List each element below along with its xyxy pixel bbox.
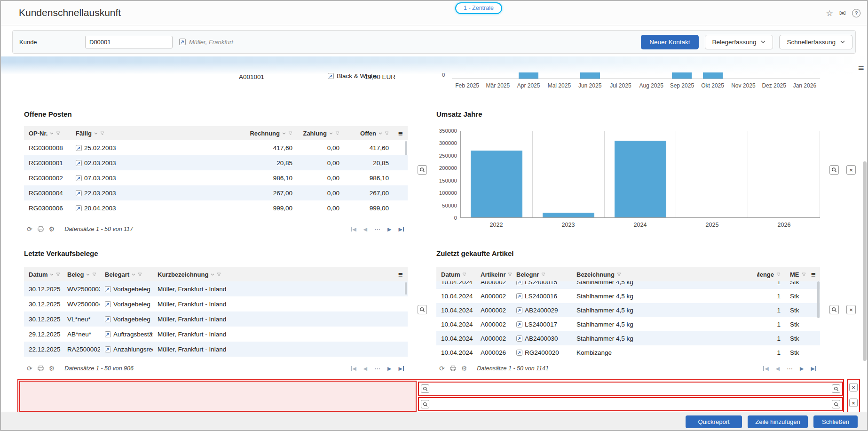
filter-icon[interactable] — [217, 272, 221, 277]
drilldown-icon[interactable] — [105, 286, 111, 292]
table-row[interactable]: RG0300006 20.04.2003 999,00 0,00 999,00 — [24, 200, 408, 216]
filter-icon[interactable] — [508, 272, 512, 277]
drilldown-icon[interactable] — [105, 316, 111, 322]
table-menu-icon[interactable]: ≡ — [398, 271, 403, 278]
table-row[interactable]: RG0300004 22.03.2003 267,00 0,00 267,00 — [24, 185, 408, 200]
neuer-kontakt-button[interactable]: Neuer Kontakt — [641, 35, 698, 49]
star-icon[interactable]: ☆ — [826, 8, 833, 18]
dashboard-menu-icon[interactable]: ≡ — [858, 63, 864, 72]
table-row[interactable]: 30.12.2025 WV2500003 Vorlagebeleg Müller… — [24, 281, 408, 296]
column-header-rechnung[interactable]: Rechnung — [241, 130, 297, 137]
sort-icon[interactable] — [50, 132, 54, 135]
first-page-button[interactable]: ◀ — [763, 366, 768, 372]
row-lookup-button[interactable] — [832, 400, 840, 408]
first-page-button[interactable]: ◀ — [351, 226, 356, 232]
column-header-faellig[interactable]: Fällig — [71, 130, 241, 137]
table-scrollbar[interactable] — [405, 282, 407, 295]
page-list-button[interactable]: ⋯ — [374, 226, 380, 233]
drilldown-icon[interactable] — [516, 307, 522, 313]
table-menu-icon[interactable]: ≡ — [811, 271, 816, 278]
column-header-menge[interactable]: Menge — [757, 271, 785, 278]
page-list-button[interactable]: ⋯ — [787, 365, 793, 372]
table-row[interactable]: 10.04.2024 A000002 LS2400016 Stahlhammer… — [436, 289, 820, 303]
drilldown-icon[interactable] — [516, 293, 522, 299]
filter-icon[interactable] — [541, 272, 545, 277]
drilldown-icon[interactable] — [105, 346, 111, 352]
filter-icon[interactable] — [335, 131, 339, 136]
drilldown-icon[interactable] — [105, 301, 111, 307]
table-row[interactable]: 10.04.2024 A000002 AB2400029 Stahlhammer… — [436, 303, 820, 317]
table-row[interactable]: 10.04.2024 A000002 AB2400030 Stahlhammer… — [436, 331, 820, 345]
sort-icon[interactable] — [50, 273, 54, 276]
column-header-bezeichnung[interactable]: Bezeichnung — [572, 271, 757, 278]
print-icon[interactable] — [38, 366, 44, 371]
sort-icon[interactable] — [132, 273, 135, 276]
widget-zoom-button[interactable] — [418, 165, 427, 175]
column-header-offen[interactable]: Offen — [344, 130, 394, 137]
column-header-datum[interactable]: Datum — [436, 271, 476, 278]
drilldown-icon[interactable] — [179, 39, 186, 45]
page-list-button[interactable]: ⋯ — [374, 365, 380, 372]
drilldown-icon[interactable] — [76, 175, 82, 181]
table-row[interactable]: 29.12.2025 AB*neu* Auftragsbestätigung M… — [24, 327, 408, 342]
filter-icon[interactable] — [56, 272, 60, 277]
widget-zoom-button[interactable] — [829, 165, 839, 175]
filter-icon[interactable] — [100, 131, 104, 136]
row-lookup-button[interactable] — [421, 400, 429, 408]
vertical-scrollbar[interactable] — [863, 161, 867, 361]
belegerfassung-button[interactable]: Belegerfassung — [705, 35, 773, 49]
drilldown-icon[interactable] — [328, 73, 334, 79]
prev-page-button[interactable]: ◀ — [363, 226, 367, 232]
first-page-button[interactable]: ◀ — [351, 366, 356, 372]
schnellerfassung-button[interactable]: Schnellerfassung — [779, 35, 852, 49]
column-header-op-nr[interactable]: OP-Nr. — [24, 130, 71, 137]
next-page-button[interactable]: ▶ — [387, 366, 391, 372]
filter-icon[interactable] — [385, 131, 389, 136]
widget-zoom-button[interactable] — [418, 305, 427, 314]
drilldown-icon[interactable] — [105, 331, 111, 337]
row-lookup-button[interactable] — [421, 384, 429, 393]
column-header-datum[interactable]: Datum — [24, 271, 63, 278]
partial-article-row[interactable]: A001001 Black & White 19,00 EUR — [24, 68, 408, 91]
drilldown-icon[interactable] — [76, 190, 82, 196]
error-input-row[interactable] — [418, 397, 843, 411]
table-row[interactable]: 10.04.2024 A000026 RG2400020 Kombizange … — [436, 345, 820, 359]
last-page-button[interactable]: ▶ — [399, 226, 404, 232]
filter-icon[interactable] — [56, 131, 60, 136]
mandant-badge[interactable]: 1 - Zentrale — [455, 2, 502, 14]
column-header-belegnr[interactable]: Belegnr — [512, 271, 572, 278]
widget-remove-button[interactable]: × — [846, 165, 856, 175]
refresh-icon[interactable]: ⟳ — [27, 225, 32, 233]
filter-icon[interactable] — [92, 272, 96, 277]
drilldown-icon[interactable] — [76, 145, 82, 151]
sort-icon[interactable] — [379, 132, 382, 135]
sort-icon[interactable] — [94, 132, 98, 135]
table-row[interactable]: RG0300008 25.02.2003 417,60 0,00 417,60 — [24, 140, 408, 155]
drilldown-icon[interactable] — [516, 335, 522, 342]
sort-icon[interactable] — [329, 132, 333, 135]
table-row[interactable]: RG0300001 02.03.2003 20,85 0,00 20,85 — [24, 155, 408, 170]
help-icon[interactable]: ? — [852, 9, 860, 17]
mail-icon[interactable]: ✉ — [839, 8, 846, 18]
next-page-button[interactable]: ▶ — [387, 226, 391, 232]
print-icon[interactable] — [450, 366, 456, 371]
widget-zoom-button[interactable] — [829, 305, 839, 314]
row-lookup-button[interactable] — [832, 384, 840, 393]
print-icon[interactable] — [38, 226, 44, 232]
filter-icon[interactable] — [288, 131, 292, 136]
drilldown-icon[interactable] — [516, 350, 522, 356]
column-header-kurzbezeichnung[interactable]: Kurzbezeichnung — [153, 271, 394, 278]
drilldown-icon[interactable] — [516, 321, 522, 327]
settings-icon[interactable]: ⚙ — [49, 225, 55, 233]
row-remove-button[interactable]: × — [849, 383, 858, 391]
quickreport-button[interactable]: Quickreport — [686, 415, 742, 428]
filter-icon[interactable] — [462, 272, 466, 277]
last-page-button[interactable]: ▶ — [811, 366, 816, 372]
next-page-button[interactable]: ▶ — [800, 366, 804, 372]
settings-icon[interactable]: ⚙ — [461, 365, 467, 372]
sort-icon[interactable] — [211, 273, 214, 276]
column-header-belegart[interactable]: Belegart — [100, 271, 153, 278]
refresh-icon[interactable]: ⟳ — [27, 365, 32, 372]
refresh-icon[interactable]: ⟳ — [439, 365, 445, 372]
table-menu-icon[interactable]: ≡ — [398, 130, 403, 137]
